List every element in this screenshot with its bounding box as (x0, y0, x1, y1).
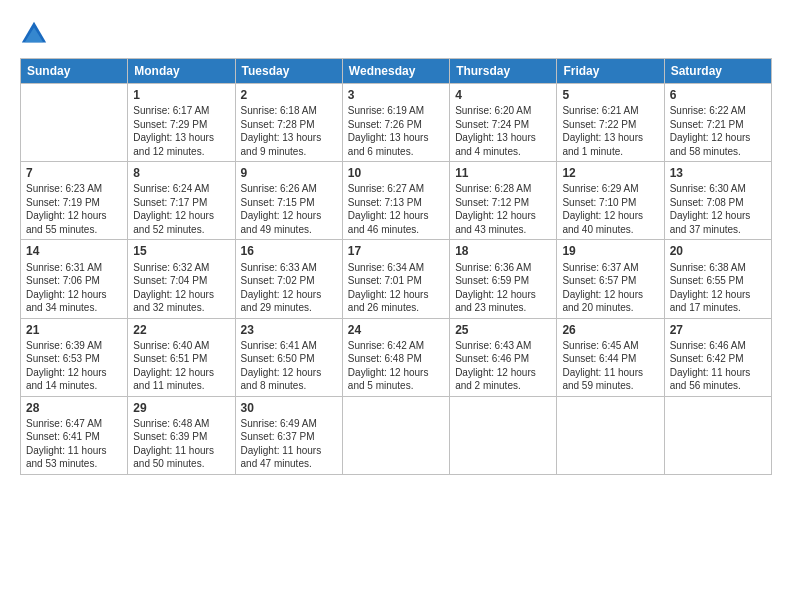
calendar-week-3: 14Sunrise: 6:31 AM Sunset: 7:06 PM Dayli… (21, 240, 772, 318)
calendar-cell: 29Sunrise: 6:48 AM Sunset: 6:39 PM Dayli… (128, 396, 235, 474)
calendar-cell: 14Sunrise: 6:31 AM Sunset: 7:06 PM Dayli… (21, 240, 128, 318)
calendar-cell: 24Sunrise: 6:42 AM Sunset: 6:48 PM Dayli… (342, 318, 449, 396)
day-info: Sunrise: 6:33 AM Sunset: 7:02 PM Dayligh… (241, 261, 337, 315)
calendar-cell: 15Sunrise: 6:32 AM Sunset: 7:04 PM Dayli… (128, 240, 235, 318)
calendar-cell: 13Sunrise: 6:30 AM Sunset: 7:08 PM Dayli… (664, 162, 771, 240)
day-number: 23 (241, 322, 337, 338)
day-number: 21 (26, 322, 122, 338)
day-info: Sunrise: 6:32 AM Sunset: 7:04 PM Dayligh… (133, 261, 229, 315)
calendar-cell: 5Sunrise: 6:21 AM Sunset: 7:22 PM Daylig… (557, 84, 664, 162)
day-number: 30 (241, 400, 337, 416)
day-number: 14 (26, 243, 122, 259)
day-info: Sunrise: 6:46 AM Sunset: 6:42 PM Dayligh… (670, 339, 766, 393)
calendar-cell: 2Sunrise: 6:18 AM Sunset: 7:28 PM Daylig… (235, 84, 342, 162)
day-info: Sunrise: 6:34 AM Sunset: 7:01 PM Dayligh… (348, 261, 444, 315)
day-number: 15 (133, 243, 229, 259)
day-number: 1 (133, 87, 229, 103)
day-number: 19 (562, 243, 658, 259)
calendar-cell (342, 396, 449, 474)
day-info: Sunrise: 6:43 AM Sunset: 6:46 PM Dayligh… (455, 339, 551, 393)
weekday-header-tuesday: Tuesday (235, 59, 342, 84)
calendar-cell (664, 396, 771, 474)
day-info: Sunrise: 6:23 AM Sunset: 7:19 PM Dayligh… (26, 182, 122, 236)
calendar-cell: 3Sunrise: 6:19 AM Sunset: 7:26 PM Daylig… (342, 84, 449, 162)
calendar-week-2: 7Sunrise: 6:23 AM Sunset: 7:19 PM Daylig… (21, 162, 772, 240)
weekday-header-saturday: Saturday (664, 59, 771, 84)
day-number: 13 (670, 165, 766, 181)
day-number: 27 (670, 322, 766, 338)
day-number: 12 (562, 165, 658, 181)
day-number: 10 (348, 165, 444, 181)
calendar-cell: 27Sunrise: 6:46 AM Sunset: 6:42 PM Dayli… (664, 318, 771, 396)
calendar-cell: 4Sunrise: 6:20 AM Sunset: 7:24 PM Daylig… (450, 84, 557, 162)
day-info: Sunrise: 6:26 AM Sunset: 7:15 PM Dayligh… (241, 182, 337, 236)
calendar-cell: 30Sunrise: 6:49 AM Sunset: 6:37 PM Dayli… (235, 396, 342, 474)
calendar-cell: 28Sunrise: 6:47 AM Sunset: 6:41 PM Dayli… (21, 396, 128, 474)
calendar-cell: 25Sunrise: 6:43 AM Sunset: 6:46 PM Dayli… (450, 318, 557, 396)
calendar-cell: 6Sunrise: 6:22 AM Sunset: 7:21 PM Daylig… (664, 84, 771, 162)
calendar-week-1: 1Sunrise: 6:17 AM Sunset: 7:29 PM Daylig… (21, 84, 772, 162)
calendar-cell: 12Sunrise: 6:29 AM Sunset: 7:10 PM Dayli… (557, 162, 664, 240)
day-number: 9 (241, 165, 337, 181)
day-info: Sunrise: 6:40 AM Sunset: 6:51 PM Dayligh… (133, 339, 229, 393)
day-info: Sunrise: 6:45 AM Sunset: 6:44 PM Dayligh… (562, 339, 658, 393)
day-info: Sunrise: 6:36 AM Sunset: 6:59 PM Dayligh… (455, 261, 551, 315)
calendar-cell: 11Sunrise: 6:28 AM Sunset: 7:12 PM Dayli… (450, 162, 557, 240)
day-number: 28 (26, 400, 122, 416)
weekday-header-sunday: Sunday (21, 59, 128, 84)
day-number: 26 (562, 322, 658, 338)
day-info: Sunrise: 6:41 AM Sunset: 6:50 PM Dayligh… (241, 339, 337, 393)
calendar-cell (21, 84, 128, 162)
logo-icon (20, 20, 48, 48)
day-info: Sunrise: 6:24 AM Sunset: 7:17 PM Dayligh… (133, 182, 229, 236)
calendar-cell: 23Sunrise: 6:41 AM Sunset: 6:50 PM Dayli… (235, 318, 342, 396)
day-number: 22 (133, 322, 229, 338)
day-number: 11 (455, 165, 551, 181)
day-info: Sunrise: 6:31 AM Sunset: 7:06 PM Dayligh… (26, 261, 122, 315)
day-number: 17 (348, 243, 444, 259)
day-info: Sunrise: 6:38 AM Sunset: 6:55 PM Dayligh… (670, 261, 766, 315)
day-info: Sunrise: 6:47 AM Sunset: 6:41 PM Dayligh… (26, 417, 122, 471)
day-number: 7 (26, 165, 122, 181)
calendar-cell: 9Sunrise: 6:26 AM Sunset: 7:15 PM Daylig… (235, 162, 342, 240)
day-info: Sunrise: 6:18 AM Sunset: 7:28 PM Dayligh… (241, 104, 337, 158)
weekday-header-monday: Monday (128, 59, 235, 84)
day-number: 5 (562, 87, 658, 103)
calendar-cell (450, 396, 557, 474)
calendar-table: SundayMondayTuesdayWednesdayThursdayFrid… (20, 58, 772, 475)
calendar-cell: 16Sunrise: 6:33 AM Sunset: 7:02 PM Dayli… (235, 240, 342, 318)
calendar-cell: 21Sunrise: 6:39 AM Sunset: 6:53 PM Dayli… (21, 318, 128, 396)
day-number: 16 (241, 243, 337, 259)
day-number: 2 (241, 87, 337, 103)
calendar-cell: 7Sunrise: 6:23 AM Sunset: 7:19 PM Daylig… (21, 162, 128, 240)
day-number: 20 (670, 243, 766, 259)
day-info: Sunrise: 6:28 AM Sunset: 7:12 PM Dayligh… (455, 182, 551, 236)
day-number: 6 (670, 87, 766, 103)
weekday-header-wednesday: Wednesday (342, 59, 449, 84)
weekday-header-row: SundayMondayTuesdayWednesdayThursdayFrid… (21, 59, 772, 84)
day-info: Sunrise: 6:48 AM Sunset: 6:39 PM Dayligh… (133, 417, 229, 471)
page: SundayMondayTuesdayWednesdayThursdayFrid… (0, 0, 792, 612)
day-info: Sunrise: 6:39 AM Sunset: 6:53 PM Dayligh… (26, 339, 122, 393)
day-info: Sunrise: 6:37 AM Sunset: 6:57 PM Dayligh… (562, 261, 658, 315)
day-number: 18 (455, 243, 551, 259)
calendar-cell: 8Sunrise: 6:24 AM Sunset: 7:17 PM Daylig… (128, 162, 235, 240)
calendar-cell: 22Sunrise: 6:40 AM Sunset: 6:51 PM Dayli… (128, 318, 235, 396)
day-info: Sunrise: 6:19 AM Sunset: 7:26 PM Dayligh… (348, 104, 444, 158)
calendar-cell: 19Sunrise: 6:37 AM Sunset: 6:57 PM Dayli… (557, 240, 664, 318)
day-number: 4 (455, 87, 551, 103)
weekday-header-thursday: Thursday (450, 59, 557, 84)
day-info: Sunrise: 6:42 AM Sunset: 6:48 PM Dayligh… (348, 339, 444, 393)
calendar-cell: 26Sunrise: 6:45 AM Sunset: 6:44 PM Dayli… (557, 318, 664, 396)
calendar-week-5: 28Sunrise: 6:47 AM Sunset: 6:41 PM Dayli… (21, 396, 772, 474)
day-number: 29 (133, 400, 229, 416)
calendar-cell: 1Sunrise: 6:17 AM Sunset: 7:29 PM Daylig… (128, 84, 235, 162)
logo (20, 20, 52, 48)
day-number: 8 (133, 165, 229, 181)
day-number: 3 (348, 87, 444, 103)
day-info: Sunrise: 6:27 AM Sunset: 7:13 PM Dayligh… (348, 182, 444, 236)
calendar-cell: 20Sunrise: 6:38 AM Sunset: 6:55 PM Dayli… (664, 240, 771, 318)
day-number: 25 (455, 322, 551, 338)
day-info: Sunrise: 6:49 AM Sunset: 6:37 PM Dayligh… (241, 417, 337, 471)
calendar-cell: 18Sunrise: 6:36 AM Sunset: 6:59 PM Dayli… (450, 240, 557, 318)
